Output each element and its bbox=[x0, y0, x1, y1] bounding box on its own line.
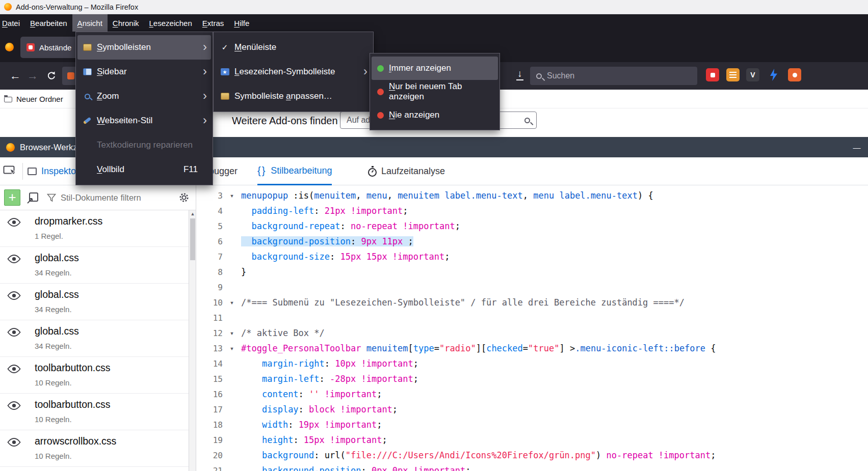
menu-item-nie-anzeigen[interactable]: Nie anzeigen bbox=[372, 103, 498, 127]
scrollbar[interactable]: ▲ bbox=[189, 210, 196, 471]
menu-item-icon bbox=[218, 93, 231, 100]
extension-icon-orange[interactable] bbox=[788, 68, 801, 81]
devtools-tab-inspektor[interactable]: Inspektor bbox=[28, 157, 79, 185]
menu-item-label: Nur bei neuem Tab anzeigen bbox=[389, 81, 485, 102]
line-number: 9 bbox=[197, 283, 223, 292]
tab-favicon bbox=[27, 43, 35, 51]
toggle-visibility-eye-icon[interactable] bbox=[7, 327, 21, 339]
css-source-editor[interactable]: 3▾menupopup :is(menuitem, menu, menuitem… bbox=[197, 185, 868, 471]
search-input[interactable] bbox=[547, 71, 674, 80]
search-bar[interactable] bbox=[530, 67, 697, 85]
devtools-tab-laufzeitanalyse[interactable]: Laufzeitanalyse bbox=[368, 157, 445, 185]
fold-toggle-icon[interactable]: ▾ bbox=[223, 298, 241, 307]
fold-toggle-icon[interactable]: ▾ bbox=[223, 191, 241, 200]
options-button[interactable] bbox=[178, 192, 190, 205]
menu-item-menüleiste[interactable]: ✓Menüleiste bbox=[215, 35, 372, 60]
menubar-item-lesezeichen[interactable]: Lesezeichen bbox=[144, 14, 197, 32]
stylesheet-row-global-css-1[interactable]: global.css34 Regeln. bbox=[0, 247, 189, 284]
stylesheet-row-dropmarker-css-0[interactable]: dropmarker.css1 Regel. bbox=[0, 210, 189, 247]
menu-item-zoom[interactable]: Zoom› bbox=[77, 84, 211, 108]
bookmark-item-neuer-ordner[interactable]: Neuer Ordner bbox=[0, 90, 67, 108]
code-text: width: 19px !important; bbox=[241, 420, 382, 430]
firefox-window: Add-ons-Verwaltung – Mozilla Firefox Dat… bbox=[0, 0, 868, 471]
titlebar: Add-ons-Verwaltung – Mozilla Firefox bbox=[0, 0, 868, 14]
toggle-visibility-eye-icon[interactable] bbox=[7, 364, 21, 376]
code-text: margin-right: 10px !important; bbox=[241, 358, 418, 369]
toggle-visibility-eye-icon[interactable] bbox=[7, 254, 21, 266]
tab-label: Abstände bbox=[39, 43, 71, 52]
reload-icon bbox=[46, 71, 57, 81]
search-icon bbox=[524, 118, 530, 123]
firefox-menu-icon[interactable] bbox=[5, 43, 14, 51]
code-line-7: 7 background-size: 15px 15px !important; bbox=[197, 249, 868, 264]
downloads-button[interactable]: ↓ bbox=[514, 69, 526, 80]
back-button[interactable]: ← bbox=[7, 62, 24, 90]
line-number: 13 bbox=[197, 344, 223, 353]
menu-item-label: Symbolleisten bbox=[97, 42, 198, 52]
menubar-item-chronik[interactable]: Chronik bbox=[108, 14, 144, 32]
menu-item-symbolleisten[interactable]: Symbolleisten› bbox=[77, 35, 211, 60]
minimize-button[interactable]: — bbox=[851, 137, 863, 157]
toggle-visibility-eye-icon[interactable] bbox=[7, 291, 21, 302]
stylesheet-row-global-css-3[interactable]: global.css34 Regeln. bbox=[0, 320, 189, 357]
green-dot-icon bbox=[377, 65, 384, 72]
extension-icon-red[interactable] bbox=[706, 68, 719, 81]
fold-toggle-icon[interactable]: ▾ bbox=[223, 329, 241, 337]
menubar-item-hilfe[interactable]: Hilfe bbox=[229, 14, 254, 32]
stylesheet-name: arrowscrollbox.css bbox=[35, 435, 116, 447]
zoom-icon bbox=[85, 94, 90, 99]
line-number: 15 bbox=[197, 374, 223, 384]
stylesheet-row-toolbarbutton-css-4[interactable]: toolbarbutton.css10 Regeln. bbox=[0, 357, 189, 394]
red-dot-icon bbox=[377, 112, 384, 119]
menubar-item-extras[interactable]: Extras bbox=[197, 14, 229, 32]
checkmark-icon: ✓ bbox=[218, 43, 231, 52]
stopwatch-icon bbox=[368, 168, 377, 177]
extension-icon-orange-list[interactable] bbox=[726, 68, 740, 81]
code-line-16: 16 content: '' !important; bbox=[197, 386, 868, 402]
menubar-item-bearbeiten[interactable]: Bearbeiten bbox=[25, 14, 72, 32]
menu-item-sidebar[interactable]: Sidebar› bbox=[77, 60, 211, 84]
inspector-icon bbox=[28, 168, 37, 175]
line-number: 12 bbox=[197, 328, 223, 338]
firefox-logo-icon bbox=[6, 143, 15, 152]
reload-button[interactable] bbox=[43, 62, 60, 90]
eye-icon bbox=[7, 437, 21, 447]
menu-item-nur-bei-neuem-tab-anzeigen[interactable]: Nur bei neuem Tab anzeigen bbox=[372, 80, 498, 103]
line-number: 19 bbox=[197, 435, 223, 445]
code-text: #toggle_PersonalToolbar menuitem[type="r… bbox=[241, 343, 716, 353]
menubar-item-datei[interactable]: Datei bbox=[0, 14, 25, 32]
forward-button[interactable]: → bbox=[24, 62, 41, 90]
extension-icon-lightning[interactable] bbox=[767, 68, 780, 81]
line-number: 21 bbox=[197, 466, 223, 471]
stylesheet-row-global-css-2[interactable]: global.css34 Regeln. bbox=[0, 284, 189, 320]
extension-icon-v[interactable]: V bbox=[746, 68, 759, 81]
menu-item-immer-anzeigen[interactable]: Immer anzeigen bbox=[372, 57, 498, 80]
menu-item-label: Sidebar bbox=[97, 67, 198, 77]
menu-item-lesezeichen-symbolleiste[interactable]: ★Lesezeichen-Symbolleiste› bbox=[215, 60, 372, 84]
code-line-8: 8} bbox=[197, 264, 868, 280]
search-icon bbox=[536, 73, 542, 79]
fold-toggle-icon[interactable]: ▾ bbox=[223, 344, 241, 352]
stylesheet-row-toolbarbutton-css-5[interactable]: toolbarbutton.css10 Regeln. bbox=[0, 394, 189, 430]
line-number: 20 bbox=[197, 451, 223, 460]
toggle-visibility-eye-icon[interactable] bbox=[7, 437, 21, 449]
filter-field[interactable] bbox=[47, 189, 170, 206]
menubar-item-ansicht[interactable]: Ansicht bbox=[72, 14, 108, 32]
scrollbar-up-arrow[interactable]: ▲ bbox=[189, 211, 196, 216]
devtools-tab-stilbearbeitung[interactable]: {}Stilbearbeitung bbox=[257, 157, 332, 185]
menu-item-vollbild[interactable]: VollbildF11 bbox=[77, 157, 211, 182]
menu-item-label: Nie anzeigen bbox=[389, 110, 485, 120]
bookmarks-toolbar-submenu-popup: Immer anzeigenNur bei neuem Tab anzeigen… bbox=[370, 53, 500, 130]
stylesheet-row-arrowscrollbox-css-6[interactable]: arrowscrollbox.css10 Regeln. bbox=[0, 430, 189, 467]
filter-input[interactable] bbox=[61, 193, 170, 203]
menu-item-symbolleiste-anpassen[interactable]: Symbolleiste anpassen… bbox=[215, 84, 372, 108]
pick-element-button[interactable] bbox=[3, 164, 17, 179]
toggle-visibility-eye-icon[interactable] bbox=[7, 401, 21, 412]
stylesheet-rule-count: 34 Regeln. bbox=[35, 268, 72, 277]
stylesheet-rule-count: 10 Regeln. bbox=[35, 378, 72, 387]
toggle-visibility-eye-icon[interactable] bbox=[7, 217, 21, 229]
new-stylesheet-button[interactable]: + bbox=[4, 189, 20, 206]
import-stylesheet-button[interactable] bbox=[27, 191, 40, 206]
scrollbar-thumb[interactable] bbox=[190, 218, 195, 260]
menu-item-webseiten-stil[interactable]: Webseiten-Stil› bbox=[77, 108, 211, 133]
